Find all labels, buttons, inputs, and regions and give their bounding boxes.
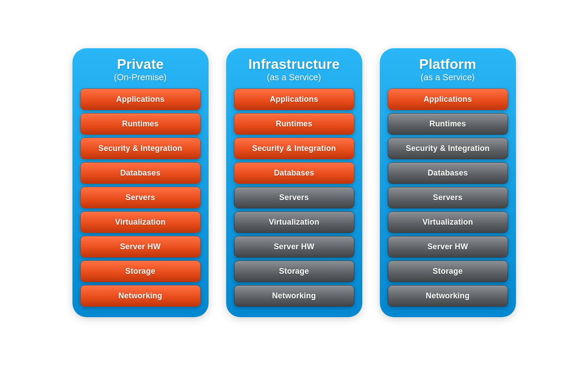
stack-item-infrastructure-1: Runtimes bbox=[234, 113, 354, 135]
stack-item-infrastructure-5: Virtualization bbox=[234, 211, 354, 233]
stack-item-private-4: Servers bbox=[80, 187, 201, 208]
stack-item-platform-1: Runtimes bbox=[388, 113, 508, 135]
column-title-infrastructure: Infrastructure(as a Service) bbox=[248, 56, 339, 82]
stack-item-infrastructure-7: Storage bbox=[234, 261, 354, 282]
stack-item-platform-0: Applications bbox=[388, 89, 508, 110]
stack-item-private-0: Applications bbox=[80, 89, 201, 110]
stack-item-platform-8: Networking bbox=[388, 285, 508, 307]
stack-item-platform-4: Servers bbox=[388, 187, 508, 208]
stack-item-private-6: Server HW bbox=[80, 236, 201, 258]
sub-title-private: (On-Premise) bbox=[114, 72, 166, 82]
sub-title-infrastructure: (as a Service) bbox=[248, 72, 339, 82]
stack-platform: ApplicationsRuntimesSecurity & Integrati… bbox=[388, 89, 508, 307]
stack-item-private-2: Security & Integration bbox=[80, 138, 201, 159]
main-title-platform: Platform bbox=[419, 56, 476, 72]
stack-item-private-8: Networking bbox=[80, 285, 201, 307]
stack-item-infrastructure-2: Security & Integration bbox=[234, 138, 354, 159]
stack-item-platform-5: Virtualization bbox=[388, 211, 508, 233]
main-title-private: Private bbox=[114, 56, 166, 72]
sub-title-platform: (as a Service) bbox=[419, 72, 476, 82]
column-title-private: Private(On-Premise) bbox=[114, 56, 166, 82]
stack-private: ApplicationsRuntimesSecurity & Integrati… bbox=[80, 89, 201, 307]
main-title-infrastructure: Infrastructure bbox=[248, 56, 339, 72]
stack-item-private-1: Runtimes bbox=[80, 113, 201, 135]
stack-item-infrastructure-0: Applications bbox=[234, 89, 354, 110]
stack-item-infrastructure-3: Databases bbox=[234, 162, 354, 184]
stack-item-platform-7: Storage bbox=[388, 261, 508, 282]
stack-item-private-5: Virtualization bbox=[80, 211, 201, 233]
stack-item-platform-6: Server HW bbox=[388, 236, 508, 258]
stack-item-platform-2: Security & Integration bbox=[388, 138, 508, 159]
stack-item-infrastructure-6: Server HW bbox=[234, 236, 354, 258]
stack-item-infrastructure-8: Networking bbox=[234, 285, 354, 307]
stack-item-platform-3: Databases bbox=[388, 162, 508, 184]
stack-infrastructure: ApplicationsRuntimesSecurity & Integrati… bbox=[234, 89, 354, 307]
stack-item-private-3: Databases bbox=[80, 162, 201, 184]
column-platform: Platform(as a Service)ApplicationsRuntim… bbox=[380, 48, 516, 317]
column-title-platform: Platform(as a Service) bbox=[419, 56, 476, 82]
column-private: Private(On-Premise)ApplicationsRuntimesS… bbox=[72, 48, 209, 317]
stack-item-private-7: Storage bbox=[80, 261, 201, 282]
column-infrastructure: Infrastructure(as a Service)Applications… bbox=[226, 48, 362, 317]
diagram-container: Private(On-Premise)ApplicationsRuntimesS… bbox=[64, 39, 525, 326]
stack-item-infrastructure-4: Servers bbox=[234, 187, 354, 208]
